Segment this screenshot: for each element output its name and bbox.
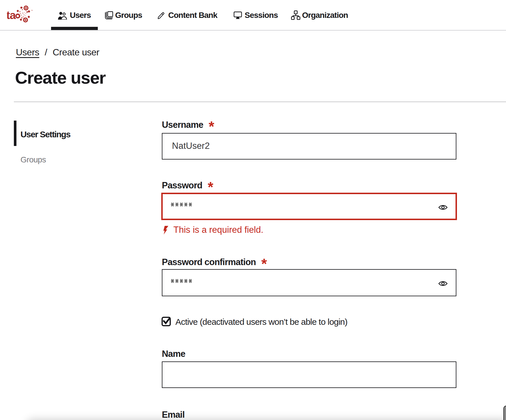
svg-text:ta: ta (7, 9, 16, 21)
svg-text:™: ™ (31, 10, 33, 12)
